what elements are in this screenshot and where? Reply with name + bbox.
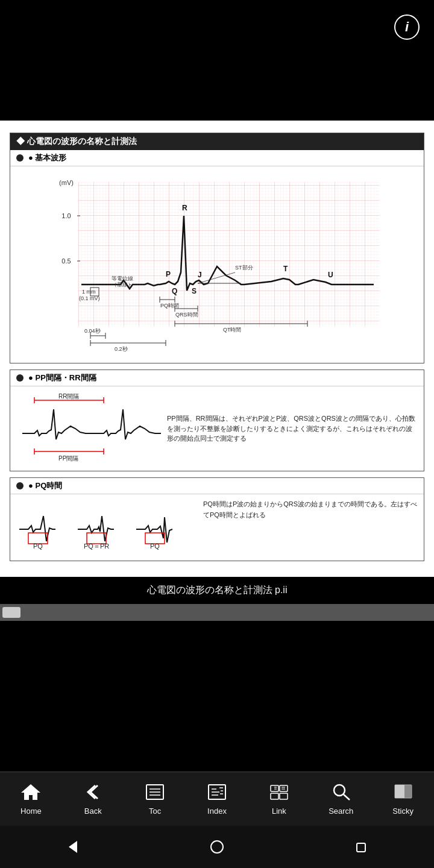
bullet-icon — [16, 154, 24, 162]
svg-text:PQ時間: PQ時間 — [160, 303, 179, 309]
main-section-header: ◆ 心電図の波形の名称と計測法 — [10, 133, 424, 150]
home-system-button[interactable] — [199, 835, 235, 859]
svg-marker-85 — [395, 785, 404, 798]
scrollbar-area[interactable] — [0, 604, 434, 621]
svg-text:P: P — [166, 270, 171, 278]
svg-text:QT時間: QT時間 — [223, 327, 242, 333]
nav-back[interactable]: Back — [62, 783, 124, 816]
pq-bullet — [16, 482, 24, 489]
svg-text:0.5: 0.5 — [61, 257, 71, 265]
pprr-svg: RR間隔 PP間隔 — [16, 391, 161, 464]
link-label: Link — [272, 807, 286, 816]
page-title-bar: 心電図の波形の名称と計測法 p.ii — [0, 577, 434, 604]
home-icon — [21, 783, 40, 804]
pq-diagram-1: PQ — [16, 499, 68, 556]
pq-content: PQ PQ＝PR — [10, 494, 424, 561]
nav-index[interactable]: Index — [186, 783, 248, 816]
pq-svg-2: PQ＝PR — [75, 499, 126, 553]
sticky-icon — [394, 783, 413, 804]
svg-rect-77 — [280, 793, 288, 799]
svg-text:PP間隔: PP間隔 — [58, 455, 78, 462]
svg-text:PQ: PQ — [33, 542, 43, 550]
back-system-button[interactable] — [54, 835, 90, 859]
pq-label: ● PQ時間 — [28, 480, 62, 491]
info-button[interactable]: i — [394, 14, 420, 40]
svg-text:R: R — [182, 204, 187, 212]
pprr-bullet — [16, 374, 24, 382]
svg-text:RR間隔: RR間隔 — [58, 393, 79, 400]
pprr-content: RR間隔 PP間隔 PP間隔、RR間隔は、それぞれP波とP波、QRS波とQRS波… — [10, 386, 424, 471]
pq-description: PQ時間はP波の始まりからQRS波の始まりまでの時間である。左はすべてPQ時間と… — [203, 499, 418, 520]
svg-rect-88 — [357, 843, 365, 852]
nav-link[interactable]: Link — [248, 783, 310, 816]
svg-rect-75 — [280, 785, 288, 791]
search-label: Search — [329, 807, 353, 816]
svg-text:ST部分: ST部分 — [235, 265, 253, 271]
pprr-description: PP間隔、RR間隔は、それぞれP波とP波、QRS波とQRS波との間隔であり、心拍… — [167, 414, 418, 444]
pprr-section: ● PP間隔・RR間隔 RR間隔 — [10, 370, 424, 471]
svg-rect-76 — [271, 793, 278, 799]
back-icon — [83, 783, 102, 804]
svg-text:T: T — [283, 265, 288, 273]
svg-point-87 — [211, 841, 223, 853]
svg-rect-74 — [271, 785, 278, 791]
svg-text:QRS時間: QRS時間 — [175, 312, 198, 318]
recents-system-button[interactable] — [344, 835, 380, 859]
svg-text:S: S — [192, 287, 197, 295]
index-icon — [207, 783, 227, 804]
main-title-text: ◆ 心電図の波形の名称と計測法 — [16, 136, 137, 146]
top-black-area: i — [0, 0, 434, 121]
main-section-box: ◆ 心電図の波形の名称と計測法 ● 基本波形 — [10, 133, 424, 363]
svg-text:等電位線: 等電位線 — [112, 275, 133, 281]
basic-waveform-header: ● 基本波形 — [10, 150, 424, 166]
pq-diagrams: PQ PQ＝PR — [16, 499, 197, 556]
svg-text:U: U — [328, 271, 333, 279]
nav-toc[interactable]: Toc — [124, 783, 186, 816]
svg-text:PQ: PQ — [150, 542, 160, 550]
pq-section: ● PQ時間 PQ — [10, 477, 424, 561]
sticky-label: Sticky — [392, 807, 414, 816]
svg-rect-2 — [78, 182, 380, 327]
svg-text:0.04秒: 0.04秒 — [84, 328, 101, 334]
pprr-header: ● PP間隔・RR間隔 — [10, 370, 424, 386]
pq-header: ● PQ時間 — [10, 478, 424, 494]
svg-rect-44 — [16, 391, 161, 464]
toc-icon — [145, 783, 165, 804]
svg-marker-62 — [21, 784, 40, 800]
toc-label: Toc — [149, 807, 161, 816]
pq-svg-3: PQ — [133, 499, 184, 553]
bottom-nav: Home Back Toc — [0, 772, 434, 826]
svg-point-82 — [334, 785, 345, 796]
svg-text:Q: Q — [172, 287, 177, 295]
svg-marker-86 — [69, 841, 77, 853]
pq-diagram-2: PQ＝PR — [75, 499, 126, 556]
pprr-diagram: RR間隔 PP間隔 — [16, 391, 161, 466]
main-content: ◆ 心電図の波形の名称と計測法 ● 基本波形 — [0, 121, 434, 577]
nav-sticky[interactable]: Sticky — [372, 783, 434, 816]
index-label: Index — [207, 807, 227, 816]
ecg-waveform-svg: (mV) 1.0 0.5 P Q R S J T U — [48, 170, 386, 357]
link-icon — [269, 783, 289, 804]
nav-search[interactable]: Search — [310, 783, 372, 816]
svg-text:J: J — [198, 271, 202, 279]
search-icon — [332, 783, 351, 804]
svg-text:(mV): (mV) — [59, 179, 74, 186]
pprr-label: ● PP間隔・RR間隔 — [28, 373, 96, 383]
ecg-chart-area: (mV) 1.0 0.5 P Q R S J T U — [10, 166, 424, 363]
home-label: Home — [20, 807, 42, 816]
nav-home[interactable]: Home — [0, 783, 62, 816]
pq-diagram-3: PQ — [133, 499, 184, 556]
svg-text:(0.1 mV): (0.1 mV) — [79, 295, 100, 301]
svg-text:1 mm: 1 mm — [82, 289, 96, 295]
scrollbar-thumb[interactable] — [2, 607, 20, 618]
back-label: Back — [84, 807, 102, 816]
basic-waveform-section: ● 基本波形 — [10, 150, 424, 363]
page-title: 心電図の波形の名称と計測法 p.ii — [147, 585, 288, 595]
basic-waveform-label: ● 基本波形 — [28, 153, 66, 163]
system-nav — [0, 826, 434, 868]
svg-text:PQ＝PR: PQ＝PR — [84, 542, 109, 550]
svg-text:1.0: 1.0 — [61, 212, 71, 219]
svg-text:0.2秒: 0.2秒 — [115, 346, 128, 352]
svg-line-83 — [344, 794, 350, 800]
pq-svg-1: PQ — [16, 499, 68, 553]
